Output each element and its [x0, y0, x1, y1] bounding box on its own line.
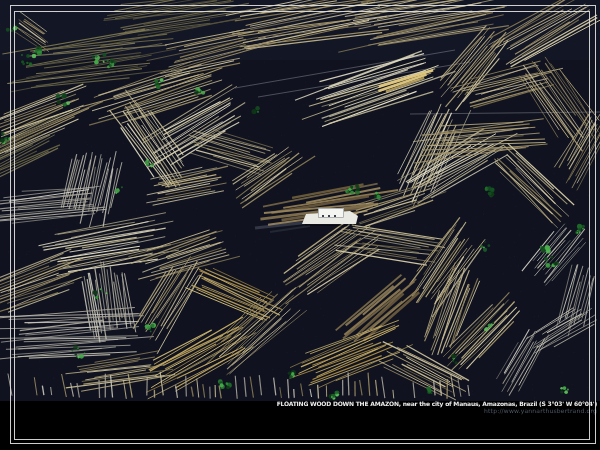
- caption-url: http://www.yannarthusbertrand.org: [277, 407, 597, 414]
- wallpaper: FLOATING WOOD DOWN THE AMAZON, near the …: [0, 0, 600, 450]
- photo-caption: FLOATING WOOD DOWN THE AMAZON, near the …: [277, 400, 597, 414]
- aerial-photo-log-rafts: [0, 0, 600, 450]
- caption-title: FLOATING WOOD DOWN THE AMAZON, near the …: [277, 400, 597, 407]
